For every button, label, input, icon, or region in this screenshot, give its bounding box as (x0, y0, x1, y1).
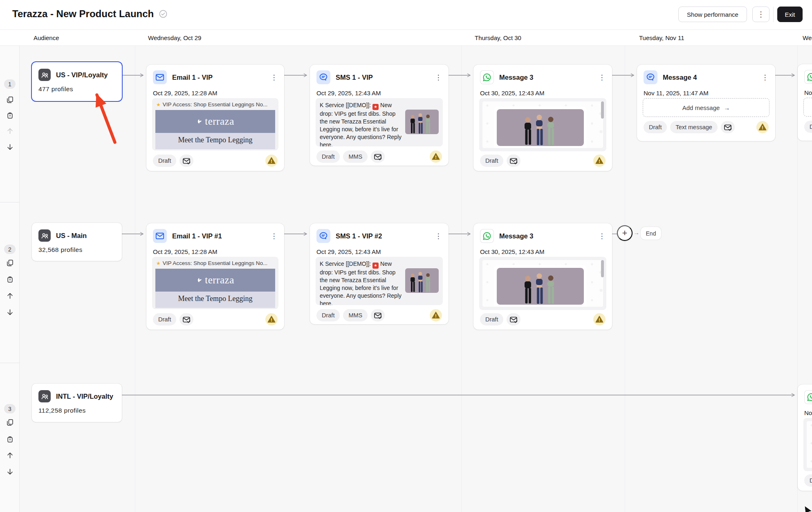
delete-row-button[interactable] (5, 436, 14, 445)
brand-logo: terraza (205, 274, 234, 286)
column-header-tue-nov-11: Tuesday, Nov 11 (639, 30, 684, 46)
arrow-right-icon: → (633, 229, 639, 236)
row-number-badge: 1 (4, 79, 16, 89)
email-preview: ★VIP Access: Shop Essential Leggings No.… (152, 98, 278, 150)
message-card-partial-r3[interactable]: Nov Draft (798, 384, 812, 491)
audience-card-intl-vip-loyalty[interactable]: INTL - VIP/Loyalty 112,258 profiles (32, 384, 122, 422)
message-card-email1[interactable]: Email 1 - VIP ⋮ Oct 29, 2025, 12:28 AM ★… (146, 65, 284, 171)
copy-icon (6, 259, 14, 269)
email-hero-banner: terraza (155, 110, 275, 133)
send-time: Oct 29, 2025, 12:43 AM (310, 243, 449, 255)
delete-row-button[interactable] (5, 276, 14, 285)
message-card-sms1[interactable]: SMS 1 - VIP ⋮ Oct 29, 2025, 12:43 AM K S… (310, 65, 449, 166)
kebab-icon[interactable]: ⋮ (760, 73, 769, 82)
send-time: Oct 29, 2025, 12:28 AM (146, 243, 284, 255)
kebab-icon[interactable]: ⋮ (597, 232, 606, 240)
move-row-up-button[interactable] (5, 127, 14, 136)
move-row-up-button[interactable] (5, 451, 14, 460)
message-card-partial-r1[interactable]: Nov Draft (798, 64, 812, 141)
preview-scrollbar[interactable] (601, 101, 604, 119)
whatsapp-icon (804, 70, 812, 84)
message-card-email2[interactable]: Email 1 - VIP #1 ⋮ Oct 29, 2025, 12:28 A… (146, 223, 284, 330)
warning-icon (430, 150, 442, 163)
star-icon: ★ (156, 260, 161, 266)
exit-button[interactable]: Exit (777, 7, 803, 22)
arrow-up-icon (6, 292, 14, 301)
move-row-up-button[interactable] (5, 292, 14, 301)
audience-name: US - VIP/Loyalty (56, 71, 108, 79)
new-badge-icon: ★ (372, 104, 379, 110)
add-step-button[interactable]: + (617, 225, 633, 241)
arrow-down-icon (6, 308, 14, 318)
duplicate-row-button[interactable] (5, 96, 14, 105)
row-number-badge: 3 (4, 404, 16, 413)
audience-profile-count: 112,258 profiles (32, 402, 122, 414)
whatsapp-icon (480, 70, 494, 84)
audience-card-us-vip-loyalty[interactable]: US - VIP/Loyalty 477 profiles (32, 62, 122, 101)
warning-icon (593, 155, 606, 167)
duplicate-row-button[interactable] (5, 259, 14, 268)
status-badge: Draft (480, 313, 503, 326)
move-row-down-button[interactable] (5, 468, 14, 477)
sms-icon (644, 70, 657, 84)
message-card-whatsapp1[interactable]: Message 3 ⋮ Oct 30, 2025, 12:43 AM Draft (473, 65, 612, 171)
kebab-icon[interactable]: ⋮ (269, 73, 278, 82)
email-preview: ★VIP Access: Shop Essential Leggings No.… (152, 257, 278, 309)
add-message-button[interactable]: Add message → (643, 98, 769, 117)
envelope-check-icon (371, 309, 385, 321)
column-header-band: Audience Wednesday, Oct 29 Thursday, Oct… (0, 29, 812, 46)
copy-icon (6, 418, 14, 428)
message-card-sms2[interactable]: SMS 1 - VIP #2 ⋮ Oct 29, 2025, 12:43 AM … (310, 223, 449, 324)
warning-icon (265, 313, 278, 326)
duplicate-row-button[interactable] (5, 419, 14, 428)
send-time: Oct 30, 2025, 12:43 AM (473, 243, 612, 255)
kebab-icon[interactable]: ⋮ (269, 232, 278, 240)
status-badge: Draft (153, 155, 176, 167)
column-divider (461, 29, 462, 512)
email-icon (153, 229, 167, 243)
email-hero-banner: terraza (155, 269, 275, 292)
audience-profile-count: 477 profiles (32, 81, 122, 93)
trash-icon (6, 435, 14, 445)
email-subject: VIP Access: Shop Essential Leggings No..… (163, 101, 267, 108)
column-divider (625, 29, 625, 512)
envelope-check-icon (507, 155, 520, 167)
message-card-message4[interactable]: Message 4 ⋮ Nov 11, 2025, 11:47 AM Add m… (637, 65, 775, 141)
whatsapp-image-bubble (494, 106, 587, 148)
whatsapp-preview (803, 418, 812, 471)
message-card-whatsapp2[interactable]: Message 3 ⋮ Oct 30, 2025, 12:43 AM Draft (473, 223, 612, 330)
send-time: Nov (798, 404, 812, 416)
preview-scrollbar[interactable] (601, 260, 604, 277)
column-divider (135, 29, 135, 512)
column-header-next: Wednesday (803, 30, 812, 46)
kebab-icon[interactable]: ⋮ (597, 73, 606, 82)
audience-name: INTL - VIP/Loyalty (56, 393, 113, 400)
arrow-right-icon: → (724, 104, 730, 111)
add-message-button[interactable] (803, 98, 812, 117)
kebab-icon[interactable]: ⋮ (434, 73, 443, 82)
warning-icon (756, 121, 769, 133)
trash-icon (6, 111, 14, 121)
delete-row-button[interactable] (5, 112, 14, 121)
sms-message-text: K Service [[DEMO]]: ★ New drop: VIPs get… (320, 260, 404, 305)
email-headline: Meet the Tempo Legging (155, 133, 275, 149)
end-node[interactable]: End (641, 227, 661, 240)
warning-icon (430, 309, 442, 321)
more-options-button[interactable]: ⋮ (752, 7, 769, 22)
audience-card-us-main[interactable]: US - Main 32,568 profiles (32, 223, 122, 261)
mms-image-thumbnail (405, 110, 439, 134)
move-row-down-button[interactable] (5, 143, 14, 152)
row-controls-gutter: 1 2 3 (0, 46, 20, 512)
campaign-title: Terazza - New Product Launch (12, 8, 154, 20)
type-badge: MMS (343, 150, 368, 163)
card-title: SMS 1 - VIP #2 (336, 232, 428, 240)
whatsapp-preview (479, 98, 606, 151)
show-performance-button[interactable]: Show performance (678, 7, 747, 22)
brand-logo: terraza (205, 116, 234, 127)
kebab-icon[interactable]: ⋮ (434, 232, 443, 240)
add-message-label: Add message (682, 104, 720, 111)
move-row-down-button[interactable] (5, 308, 14, 317)
toolbar-divider (773, 7, 774, 22)
sms-prefix: K Service [[DEMO]]: (320, 102, 371, 108)
card-title: Email 1 - VIP (172, 74, 264, 81)
